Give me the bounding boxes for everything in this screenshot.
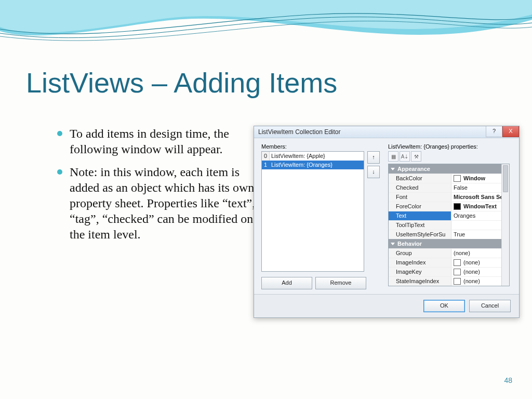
prop-value[interactable]: Window <box>451 174 509 183</box>
dialog-footer: OK Cancel <box>254 294 519 317</box>
alphabetical-icon[interactable]: A⇣ <box>400 151 410 162</box>
prop-name: Text <box>389 211 451 220</box>
members-listbox[interactable]: 0 ListViewItem: {Apple} 1 ListViewItem: … <box>261 151 364 272</box>
bullet-item: To add items in design time, the followi… <box>57 126 265 157</box>
prop-value[interactable] <box>451 221 509 230</box>
prop-name: Group <box>389 249 451 258</box>
member-row[interactable]: 0 ListViewItem: {Apple} <box>262 152 364 161</box>
prop-name: ImageKey <box>389 268 451 276</box>
properties-label: ListViewItem: {Oranges} properties: <box>388 143 510 150</box>
prop-value[interactable]: WindowText <box>451 202 509 211</box>
prop-value[interactable]: (none) <box>451 249 509 258</box>
prop-value[interactable]: False <box>451 183 509 192</box>
close-button[interactable]: X <box>502 126 519 137</box>
member-row-selected[interactable]: 1 ListViewItem: {Oranges} <box>262 161 364 169</box>
prop-name: UseItemStyleForSu <box>389 230 451 239</box>
remove-button[interactable]: Remove <box>315 277 366 289</box>
image-swatch-icon <box>454 278 461 285</box>
property-grid[interactable]: Appearance BackColorWindow CheckedFalse … <box>388 164 510 286</box>
add-button[interactable]: Add <box>261 277 312 289</box>
dialog-titlebar: ListViewItem Collection Editor ? X <box>254 126 519 138</box>
page-number: 48 <box>504 376 512 384</box>
prop-value[interactable]: Oranges <box>451 211 509 220</box>
help-button[interactable]: ? <box>486 126 502 137</box>
prop-name: StateImageIndex <box>389 277 451 286</box>
prop-value[interactable]: True <box>451 230 509 239</box>
slide-title: ListViews – Adding Items <box>26 66 337 99</box>
category-appearance[interactable]: Appearance <box>389 164 509 174</box>
prop-name: BackColor <box>389 174 451 183</box>
color-swatch-icon <box>454 203 461 210</box>
move-down-button[interactable]: ↓ <box>367 166 380 178</box>
prop-value[interactable]: (none) <box>451 277 509 286</box>
image-swatch-icon <box>454 269 461 275</box>
cancel-button[interactable]: Cancel <box>469 300 511 312</box>
slide: ListViews – Adding Items To add items in… <box>0 0 532 399</box>
property-toolbar: ▦ A⇣ ⚒ <box>388 151 510 162</box>
prop-name: ForeColor <box>389 202 451 211</box>
member-label: ListViewItem: {Apple} <box>270 152 364 161</box>
category-data[interactable]: Data <box>389 286 509 286</box>
member-index: 1 <box>262 161 270 169</box>
prop-name: ToolTipText <box>389 221 451 230</box>
bullet-item: Note: in this window, each item is added… <box>57 164 265 242</box>
ok-button[interactable]: OK <box>423 300 465 312</box>
prop-name: Checked <box>389 183 451 192</box>
bullet-list: To add items in design time, the followi… <box>36 126 265 249</box>
property-pages-icon[interactable]: ⚒ <box>411 151 421 162</box>
prop-value[interactable]: (none) <box>451 268 509 276</box>
prop-value[interactable]: (none) <box>451 258 509 267</box>
member-index: 0 <box>262 152 270 161</box>
collection-editor-dialog: ListViewItem Collection Editor ? X Membe… <box>254 126 520 318</box>
color-swatch-icon <box>454 175 461 182</box>
prop-name: Font <box>389 193 451 202</box>
image-swatch-icon <box>454 259 461 266</box>
prop-name: ImageIndex <box>389 258 451 267</box>
category-behavior[interactable]: Behavior <box>389 239 509 248</box>
categorized-icon[interactable]: ▦ <box>388 151 398 162</box>
member-label: ListViewItem: {Oranges} <box>270 161 364 169</box>
dialog-title-text: ListViewItem Collection Editor <box>258 128 341 136</box>
move-up-button[interactable]: ↑ <box>367 151 380 164</box>
prop-value[interactable]: Microsoft Sans Serif, 8 <box>451 193 509 202</box>
scrollbar[interactable] <box>501 164 509 286</box>
decorative-swoosh <box>0 0 532 62</box>
